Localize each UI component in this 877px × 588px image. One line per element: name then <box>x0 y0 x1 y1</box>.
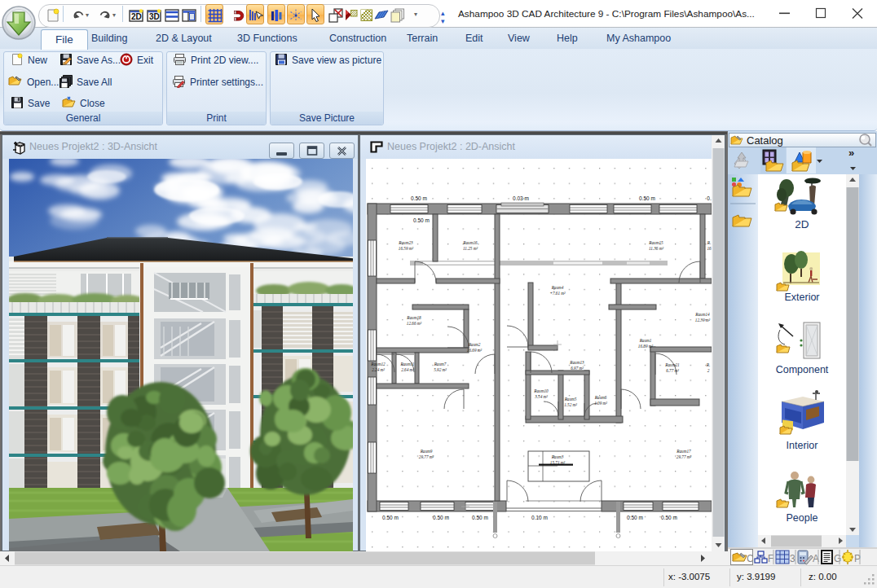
svg-text:0.50 m: 0.50 m <box>411 195 427 201</box>
svg-text:0.03 m: 0.03 m <box>513 195 529 201</box>
svg-text:Raum5: Raum5 <box>564 397 577 402</box>
svg-text:6.77 m²: 6.77 m² <box>666 368 679 373</box>
svg-text:Raum21: Raum21 <box>664 362 680 367</box>
svg-text:2D: 2D <box>131 12 142 21</box>
svg-text:Raum3: Raum3 <box>551 454 564 459</box>
svg-text:2.24 m²: 2.24 m² <box>372 367 385 372</box>
svg-text:2D: 2D <box>795 218 809 230</box>
svg-text:29.77 m²: 29.77 m² <box>676 454 692 459</box>
svg-text:11.25 m²: 11.25 m² <box>463 246 478 251</box>
svg-text:Raum4: Raum4 <box>551 285 564 290</box>
svg-text:Component: Component <box>776 364 829 375</box>
svg-text:Raum10: Raum10 <box>533 388 549 393</box>
svg-text:Raum14: Raum14 <box>694 312 710 317</box>
svg-text:G: G <box>834 553 841 564</box>
svg-text:0.50 m: 0.50 m <box>472 515 488 520</box>
svg-text:Raum6: Raum6 <box>594 395 607 400</box>
svg-text:Raum7: Raum7 <box>434 362 447 366</box>
svg-text:0.50 m: 0.50 m <box>639 195 655 201</box>
svg-text:1.52 m²: 1.52 m² <box>564 402 577 407</box>
svg-text:29.77 m²: 29.77 m² <box>419 454 434 459</box>
svg-text:3.54 m²: 3.54 m² <box>535 394 548 399</box>
svg-text:16.59 m²: 16.59 m² <box>399 246 414 251</box>
svg-text:Raum15: Raum15 <box>648 240 663 245</box>
svg-text:Raum12: Raum12 <box>370 362 386 366</box>
svg-text:5.92 m²: 5.92 m² <box>434 367 447 372</box>
svg-text:16.89 m²: 16.89 m² <box>638 344 654 349</box>
svg-text:2.64 m²: 2.64 m² <box>401 367 414 372</box>
svg-text:Raum11: Raum11 <box>400 362 415 366</box>
svg-text:F: F <box>768 553 773 564</box>
svg-text:Raum17: Raum17 <box>676 449 691 454</box>
svg-text:R.: R. <box>706 362 710 367</box>
svg-text:15.71 m²: 15.71 m² <box>550 460 566 465</box>
svg-text:People: People <box>787 512 818 524</box>
svg-text:Raum2: Raum2 <box>468 342 481 347</box>
svg-text:+7.61 m²: +7.61 m² <box>549 291 566 296</box>
svg-text:Raum1: Raum1 <box>639 338 652 343</box>
svg-text:Raum23: Raum23 <box>398 240 413 245</box>
svg-text:»: » <box>848 147 854 159</box>
svg-text:0.50 m: 0.50 m <box>382 515 399 520</box>
svg-text:12.66 m²: 12.66 m² <box>407 321 422 326</box>
svg-text:12.39 m²: 12.39 m² <box>695 318 711 323</box>
svg-text:2: 2 <box>707 368 710 373</box>
svg-text:Raum16: Raum16 <box>462 240 478 245</box>
svg-text:Catalog: Catalog <box>747 134 783 147</box>
svg-text:0.50 m: 0.50 m <box>433 515 449 520</box>
svg-text:0.50 m: 0.50 m <box>661 515 677 520</box>
svg-text:Raum9: Raum9 <box>420 449 433 454</box>
svg-text:Interior: Interior <box>787 440 818 451</box>
svg-text:1.09 m²: 1.09 m² <box>594 401 607 406</box>
svg-text:R.: R. <box>707 240 711 245</box>
svg-text:0.50 m: 0.50 m <box>627 515 643 520</box>
svg-text:C: C <box>747 553 754 564</box>
svg-text:Exterior: Exterior <box>784 292 819 303</box>
svg-text:16.69 m²: 16.69 m² <box>467 348 483 353</box>
svg-text:3D: 3D <box>149 12 160 21</box>
svg-text:6.97 m²: 6.97 m² <box>571 366 584 371</box>
svg-text:Raum13: Raum13 <box>569 360 584 365</box>
svg-text:0.50 m: 0.50 m <box>413 217 430 223</box>
svg-text:11.36 m²: 11.36 m² <box>649 246 663 251</box>
svg-text:0.10 m: 0.10 m <box>531 515 548 520</box>
svg-text:3: 3 <box>790 553 795 564</box>
svg-text:Raum18: Raum18 <box>406 315 421 320</box>
